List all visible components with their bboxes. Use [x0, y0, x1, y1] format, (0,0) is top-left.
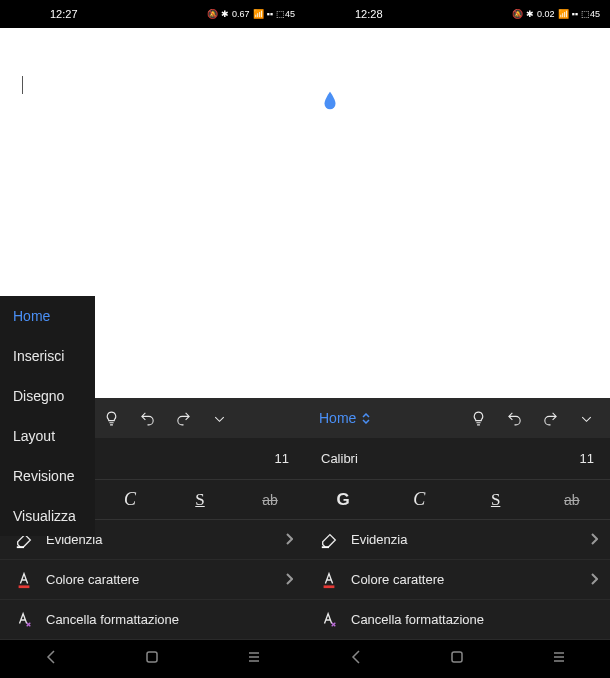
svg-rect-0: [17, 546, 24, 548]
underline-button[interactable]: S: [180, 490, 220, 510]
text-cursor: [22, 76, 23, 94]
more-button[interactable]: [570, 402, 602, 434]
home-button[interactable]: [144, 649, 160, 669]
recents-button[interactable]: [246, 649, 262, 669]
font-color-icon: [12, 571, 36, 589]
status-icons-left: 🔕✱0.67📶▪▪⬚45: [207, 9, 295, 19]
chevron-right-icon: [285, 571, 293, 589]
font-size: 11: [275, 451, 289, 466]
svg-rect-2: [322, 546, 329, 548]
tell-me-button[interactable]: [462, 402, 494, 434]
redo-button[interactable]: [534, 402, 566, 434]
underline-button[interactable]: S: [476, 490, 516, 510]
home-button[interactable]: [449, 649, 465, 669]
back-button[interactable]: [43, 649, 59, 669]
status-time-left: 12:27: [50, 8, 78, 20]
italic-button[interactable]: C: [399, 489, 439, 510]
italic-button[interactable]: C: [110, 489, 150, 510]
recents-button[interactable]: [551, 649, 567, 669]
bold-button[interactable]: G: [323, 490, 363, 510]
sidebar-item-disegno[interactable]: Disegno: [0, 376, 95, 416]
strike-button[interactable]: ab: [250, 492, 290, 508]
svg-rect-3: [324, 585, 335, 588]
system-navbar: [0, 640, 610, 678]
sidebar-item-revisione[interactable]: Revisione: [0, 456, 95, 496]
updown-icon: [362, 413, 370, 424]
sidebar-item-inserisci[interactable]: Inserisci: [0, 336, 95, 376]
chevron-right-icon: [590, 571, 598, 589]
ribbon-tab-menu: Home Inserisci Disegno Layout Revisione …: [0, 296, 95, 536]
sidebar-item-home[interactable]: Home: [0, 296, 95, 336]
undo-button[interactable]: [498, 402, 530, 434]
font-size: 11: [580, 451, 594, 466]
undo-button[interactable]: [131, 402, 163, 434]
chevron-right-icon: [285, 531, 293, 549]
font-color-icon: [317, 571, 341, 589]
tell-me-button[interactable]: [95, 402, 127, 434]
status-bar: 12:27 🔕✱0.67📶▪▪⬚45 12:28 🔕✱0.02📶▪▪⬚45: [0, 0, 610, 28]
clear-format-label: Cancella formattazione: [46, 612, 293, 627]
sidebar-label: Layout: [13, 428, 55, 444]
sidebar-item-layout[interactable]: Layout: [0, 416, 95, 456]
clear-format-icon: [317, 611, 341, 629]
selection-handle-icon[interactable]: [320, 90, 340, 112]
font-color-row[interactable]: Colore carattere: [305, 560, 610, 600]
highlight-label: Evidenzia: [351, 532, 590, 547]
font-color-label: Colore carattere: [351, 572, 590, 587]
more-button[interactable]: [203, 402, 235, 434]
sidebar-label: Visualizza: [13, 508, 76, 524]
sidebar-label: Home: [13, 308, 50, 324]
svg-rect-4: [147, 652, 157, 662]
svg-rect-5: [452, 652, 462, 662]
status-icons-right: 🔕✱0.02📶▪▪⬚45: [512, 9, 600, 19]
sidebar-label: Revisione: [13, 468, 74, 484]
font-row[interactable]: Calibri 11: [305, 438, 610, 480]
font-name: Calibri: [321, 451, 358, 466]
strike-button[interactable]: ab: [552, 492, 592, 508]
back-button[interactable]: [348, 649, 364, 669]
ribbon-tab-selector[interactable]: Home: [319, 410, 370, 426]
clear-format-row[interactable]: Cancella formattazione: [305, 600, 610, 640]
highlight-icon: [317, 531, 341, 549]
clear-format-icon: [12, 611, 36, 629]
redo-button[interactable]: [167, 402, 199, 434]
status-time-right: 12:28: [355, 8, 383, 20]
format-row: G C S ab: [305, 480, 610, 520]
toolbar: Home: [305, 398, 610, 438]
chevron-right-icon: [590, 531, 598, 549]
font-color-row[interactable]: Colore carattere: [0, 560, 305, 600]
ribbon-tab-label: Home: [319, 410, 356, 426]
font-color-label: Colore carattere: [46, 572, 285, 587]
highlight-row[interactable]: Evidenzia: [305, 520, 610, 560]
format-panel-right: Home Calibri 11 G C S ab Evidenzia Color: [305, 398, 610, 640]
svg-rect-1: [19, 585, 30, 588]
sidebar-label: Disegno: [13, 388, 64, 404]
clear-format-label: Cancella formattazione: [351, 612, 598, 627]
sidebar-label: Inserisci: [13, 348, 64, 364]
sidebar-item-visualizza[interactable]: Visualizza: [0, 496, 95, 536]
clear-format-row[interactable]: Cancella formattazione: [0, 600, 305, 640]
